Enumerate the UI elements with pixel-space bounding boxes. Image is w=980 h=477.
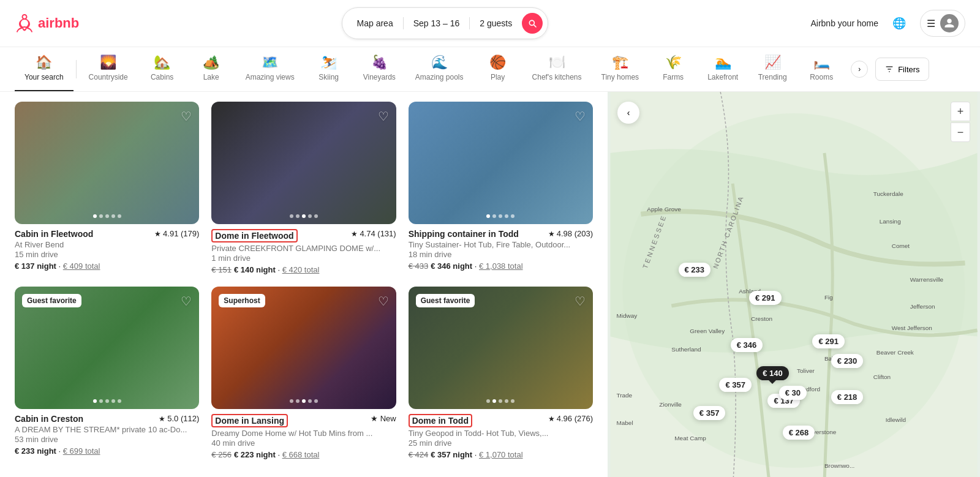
category-item-rooms[interactable]: 🛏️ Rooms [797,47,846,91]
category-icon-amazing-views: 🗺️ [262,56,278,69]
listing-distance: 15 min drive [15,250,199,259]
category-item-amazing-pools[interactable]: 🌊 Amazing pools [405,47,473,91]
category-item-skiing[interactable]: ⛷️ Skiing [304,47,353,91]
listing-rating: ★ 4.98 (203) [548,229,593,238]
listing-photo [211,102,396,224]
svg-text:Zionville: Zionville [659,401,682,408]
price-marker-m6[interactable]: € 230 [831,354,864,368]
category-icon-vineyards: 🍇 [371,56,388,69]
original-price: € 151 [211,265,232,274]
zoom-out-button[interactable]: − [951,122,970,142]
map-collapse-button[interactable]: ‹ [617,102,639,124]
listing-title: Dome in Fleetwood [211,229,297,242]
category-item-lakefront[interactable]: 🏊 Lakefront [698,47,748,91]
price-marker-m5[interactable]: € 291 [812,334,845,348]
price-marker-m3[interactable]: € 346 [731,338,763,352]
price-marker-m10[interactable]: € 30 [779,386,807,400]
category-item-chefs-kitchens[interactable]: 🍽️ Chef's kitchens [522,47,592,91]
favorite-button[interactable]: ♡ [181,109,192,124]
dot [302,399,306,403]
listing-subtitle: A DREAM BY THE STREAM* private 10 ac-Do.… [15,425,199,434]
zoom-in-button[interactable]: + [951,102,970,121]
price-marker-m2[interactable]: € 291 [749,291,782,305]
search-button[interactable] [522,13,543,34]
airbnb-home-link[interactable]: Airbnb your home [810,18,878,28]
nav-arrow-right[interactable]: › [851,61,868,78]
price-marker-m1[interactable]: € 233 [679,263,711,277]
svg-text:Idlewild: Idlewild [886,416,906,423]
category-icon-trending: 📈 [764,56,781,69]
map-panel: Apple Grove Tuckerdale Lansing Comet War… [608,92,980,477]
price-marker-m12[interactable]: € 268 [783,426,815,440]
search-dates: Sep 13 – 16 [409,18,465,28]
listing-price: € 140 night [234,265,276,274]
search-area: Map area [352,18,398,28]
dot [486,399,490,403]
favorite-button[interactable]: ♡ [378,294,389,309]
listings-grid: ♡ Cabin in Fleetwood ★ 4.91 (179) At Riv… [15,102,593,459]
category-item-cabins[interactable]: 🏡 Cabins [138,47,187,91]
category-item-countryside[interactable]: 🌄 Countryside [79,47,138,91]
favorite-button[interactable]: ♡ [575,109,586,124]
dot [296,399,300,403]
search-guests: 2 guests [475,18,517,28]
logo-text: airbnb [38,15,79,31]
original-price: € 424 [409,450,429,459]
filters-icon [884,64,894,74]
category-label-skiing: Skiing [318,73,339,81]
favorite-button[interactable]: ♡ [378,109,389,124]
listing-dots [290,399,318,403]
listing-card-1[interactable]: ♡ Cabin in Fleetwood ★ 4.91 (179) At Riv… [15,102,199,274]
category-label-chefs-kitchens: Chef's kitchens [532,73,582,81]
dot [492,214,496,218]
category-item-farms[interactable]: 🌾 Farms [649,47,698,91]
listing-total: € 1,070 total [479,450,523,459]
favorite-button[interactable]: ♡ [575,294,586,309]
svg-text:Jefferson: Jefferson [910,303,935,310]
favorite-button[interactable]: ♡ [181,294,192,309]
category-item-play[interactable]: 🏀 Play [473,47,522,91]
category-label-cabins: Cabins [151,73,173,81]
listing-card-6[interactable]: Guest favorite ♡ Dome in Todd ★ 4.96 (27… [409,287,593,459]
price-marker-m11[interactable]: € 357 [693,406,726,420]
search-bar[interactable]: Map area Sep 13 – 16 2 guests [342,7,549,39]
listing-total: € 1,038 total [479,261,523,271]
category-label-amazing-views: Amazing views [246,73,295,81]
category-item-vineyards[interactable]: 🍇 Vineyards [353,47,405,91]
category-item-trending[interactable]: 📈 Trending [748,47,797,91]
category-item-your-search[interactable]: 🏠 Your search [15,47,74,91]
svg-text:Toliver: Toliver [797,367,815,374]
category-icon-your-search: 🏠 [36,56,52,69]
listing-card-4[interactable]: Guest favorite ♡ Cabin in Creston ★ 5.0 … [15,287,199,459]
listing-badge: Guest favorite [22,294,81,307]
dot [118,399,121,403]
user-menu[interactable]: ☰ [920,10,965,37]
category-item-tiny-homes[interactable]: 🏗️ Tiny homes [592,47,649,91]
category-item-amazing-views[interactable]: 🗺️ Amazing views [236,47,304,91]
dot [314,399,318,403]
filters-button[interactable]: Filters [875,58,929,81]
price-marker-m9[interactable]: € 218 [831,390,864,404]
dot [302,214,306,218]
category-label-lakefront: Lakefront [707,73,738,81]
svg-text:Beaver Creek: Beaver Creek [876,349,914,356]
globe-button[interactable]: 🌐 [888,12,910,34]
hamburger-icon: ☰ [927,18,935,29]
listing-rating: ★ 4.96 (276) [548,414,593,423]
listing-title-row: Shipping container in Todd ★ 4.98 (203) [409,229,593,239]
listing-distance: 1 min drive [211,254,396,263]
category-item-lake[interactable]: 🏕️ Lake [187,47,236,91]
price-marker-m4[interactable]: € 140 [756,366,789,380]
listing-dots [93,214,121,218]
category-icon-play: 🏀 [489,56,506,69]
original-price: € 433 [409,261,429,271]
dot [511,399,514,403]
listing-title-row: Dome in Todd ★ 4.96 (276) [409,414,593,427]
listing-card-2[interactable]: ♡ Dome in Fleetwood ★ 4.74 (131) Private… [211,102,396,274]
listing-price-row: € 256€ 223 night · € 668 total [211,450,396,459]
category-icon-tiny-homes: 🏗️ [612,56,628,69]
listing-card-5[interactable]: Superhost ♡ Dome in Lansing ★ New Dreamy… [211,287,396,459]
price-marker-m7[interactable]: € 357 [719,378,752,392]
listing-card-3[interactable]: ♡ Shipping container in Todd ★ 4.98 (203… [409,102,593,274]
logo[interactable]: airbnb [15,13,79,33]
